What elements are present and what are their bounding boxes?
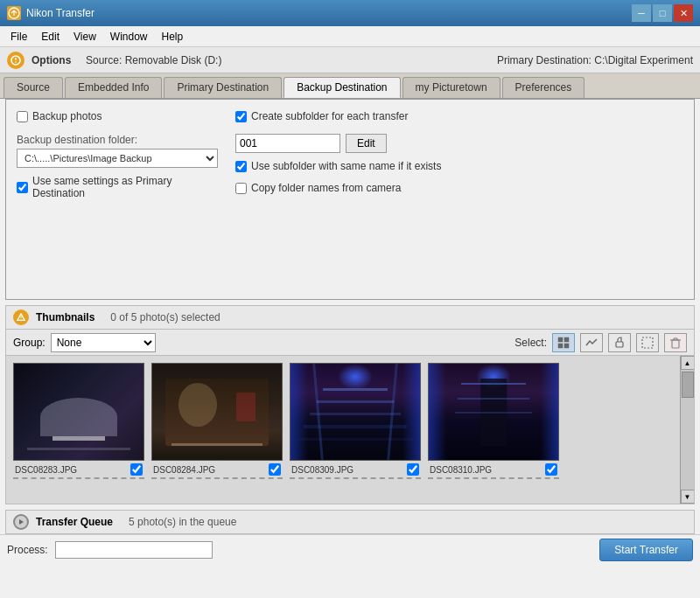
thumbnail-image-1 [13,363,144,461]
tab-primary-destination[interactable]: Primary Destination [164,77,282,98]
edit-button[interactable]: Edit [346,134,387,153]
menu-help[interactable]: Help [155,29,191,45]
thumbnails-header: Thumbnails 0 of 5 photo(s) selected [5,305,695,330]
scroll-thumb[interactable] [682,372,694,398]
thumbnail-dashed-border-3 [290,477,421,484]
scroll-down-button[interactable]: ▼ [681,490,695,504]
maximize-button[interactable]: □ [653,4,672,22]
group-label: Group: [13,337,46,349]
tab-source[interactable]: Source [4,77,63,98]
thumbnails-scrollbar[interactable]: ▲ ▼ [680,356,694,504]
svg-marker-18 [19,519,24,525]
key-button[interactable] [608,333,631,352]
thumbnail-checkbox-1[interactable] [130,463,143,476]
app-icon [7,6,21,20]
thumbnail-dashed-border-4 [428,477,559,484]
transfer-queue-count: 5 photo(s) in the queue [129,516,236,528]
svg-rect-8 [564,337,569,342]
backup-destination-panel: Backup photos Backup destination folder:… [5,99,695,300]
svg-rect-9 [558,344,563,348]
dest-folder-label: Backup destination folder: [17,134,218,146]
primary-dest-info: Primary Destination: C:\Digital Experime… [497,54,693,66]
thumbnail-item[interactable]: DSC08310.JPG [428,363,559,497]
scroll-up-button[interactable]: ▲ [681,356,695,370]
svg-rect-7 [558,337,563,342]
backup-photos-checkbox-label[interactable]: Backup photos [17,110,102,122]
thumbnail-image-2 [151,363,283,461]
menu-window[interactable]: Window [103,29,155,45]
rating-view-button[interactable] [580,333,603,352]
process-input[interactable] [55,541,213,559]
process-label: Process: [7,544,48,556]
info-bar: Options Source: Removable Disk (D:) Prim… [0,47,700,73]
create-subfolder-label[interactable]: Create subfolder for each transfer [235,110,408,122]
thumbnail-checkbox-3[interactable] [407,463,419,476]
thumbnail-checkbox-2[interactable] [269,463,281,476]
minimize-button[interactable]: ─ [632,4,651,22]
thumbnail-item[interactable]: DSC08283.JPG [13,363,144,497]
menu-file[interactable]: File [4,29,34,45]
transfer-queue: Transfer Queue 5 photo(s) in the queue [5,510,695,534]
transfer-queue-label: Transfer Queue [36,516,113,528]
menu-bar: File Edit View Window Help [0,26,700,47]
title-bar: Nikon Transfer ─ □ ✕ [0,0,700,26]
thumbnail-item[interactable]: DSC08309.JPG [290,363,421,497]
tabs-container: Source Embedded Info Primary Destination… [0,73,700,99]
svg-rect-11 [616,342,623,347]
subfolder-input[interactable] [235,134,340,153]
create-subfolder-checkbox[interactable] [235,111,247,122]
svg-point-6 [20,319,21,320]
thumbnails-selected-count: 0 of 5 photo(s) selected [110,311,220,323]
backup-photos-checkbox[interactable] [17,111,28,122]
process-bar: Process: Start Transfer [0,534,700,564]
copy-folder-names-label[interactable]: Copy folder names from camera [235,182,401,194]
close-button[interactable]: ✕ [674,4,693,22]
tab-backup-destination[interactable]: Backup Destination [284,77,400,98]
thumbnails-area: DSC08283.JPG DSC08284.JPG [5,356,695,504]
menu-view[interactable]: View [66,29,103,45]
tab-my-picturetown[interactable]: my Picturetown [402,77,500,98]
thumbnails-grid: DSC08283.JPG DSC08284.JPG [6,356,680,504]
selection-button[interactable] [636,333,659,352]
thumbnail-filename-2: DSC08284.JPG [153,465,215,475]
menu-edit[interactable]: Edit [34,29,66,45]
svg-point-3 [15,61,17,63]
transfer-queue-icon [13,514,29,530]
group-select[interactable]: None [51,333,156,352]
grid-view-button[interactable] [552,333,575,352]
thumbnail-dashed-border-2 [151,477,283,484]
thumbnail-filename-3: DSC08309.JPG [291,465,354,475]
tab-preferences[interactable]: Preferences [502,77,585,98]
thumbnail-item[interactable]: DSC08284.JPG [151,363,283,497]
thumbnails-icon [13,309,29,325]
dest-folder-select[interactable]: C:\.....\Pictures\Image Backup [17,149,218,168]
tab-embedded-info[interactable]: Embedded Info [65,77,162,98]
use-subfolder-name-label[interactable]: Use subfolder with same name if it exist… [235,160,441,172]
thumbnail-filename-4: DSC08310.JPG [430,465,492,475]
thumbnail-image-3 [290,363,421,461]
svg-rect-13 [672,340,679,348]
svg-rect-10 [564,344,569,348]
options-label: Options Source: Removable Disk (D:) [32,54,490,66]
use-same-settings-checkbox[interactable] [17,182,28,193]
thumbnails-label: Thumbnails [36,311,94,323]
options-icon [7,52,24,69]
app-title: Nikon Transfer [26,7,94,19]
thumbnails-toolbar: Group: None Select: [5,330,695,356]
thumbnail-filename-1: DSC08283.JPG [15,465,77,475]
thumbnail-checkbox-4[interactable] [545,463,557,476]
delete-button[interactable] [664,333,687,352]
thumbnail-dashed-border-1 [13,477,144,484]
select-label: Select: [514,337,547,349]
thumbnail-image-4 [428,363,559,461]
svg-rect-12 [642,337,653,348]
use-subfolder-name-checkbox[interactable] [235,161,247,172]
start-transfer-button[interactable]: Start Transfer [599,539,693,561]
use-same-settings-label[interactable]: Use same settings as Primary Destination [17,175,218,199]
copy-folder-names-checkbox[interactable] [235,183,247,194]
